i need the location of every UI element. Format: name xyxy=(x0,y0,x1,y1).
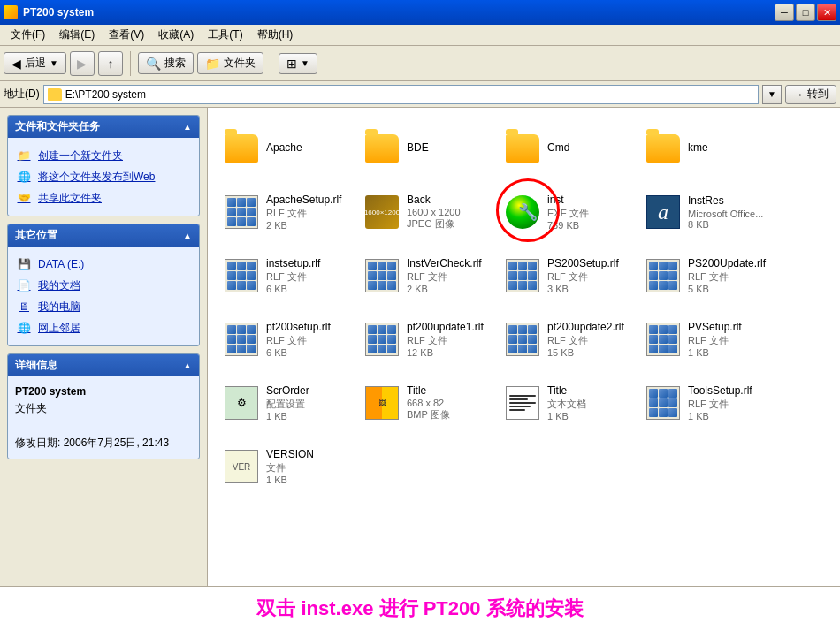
details-panel: 详细信息 ▲ PT200 system 文件夹 修改日期: 2006年7月25日… xyxy=(7,353,200,459)
main-area: 文件和文件夹任务 ▲ 📁 创建一个新文件夹 🌐 将这个文件夹发布到Web 🤝 共… xyxy=(0,108,840,586)
rlf-icon-pt200setup xyxy=(224,322,259,357)
title-bar: PT200 system ─ □ ✕ xyxy=(0,0,840,25)
tasks-chevron-icon: ▲ xyxy=(183,122,192,132)
address-input-container[interactable]: E:\PT200 system xyxy=(43,85,759,104)
list-item[interactable]: PS200Setup.rlf RLF 文件 3 KB xyxy=(500,246,637,306)
maximize-button[interactable]: □ xyxy=(796,4,815,21)
file-size: 739 KB xyxy=(547,220,631,231)
office-icon-instres xyxy=(645,194,681,230)
file-type: 文件 xyxy=(266,461,350,474)
rlf-icon-pvsetup xyxy=(645,322,681,357)
network-icon: 🌐 xyxy=(15,319,33,337)
file-type: RLF 文件 xyxy=(266,270,350,284)
bottom-instruction-text: 双击 inst.exe 进行 PT200 系统的安装 xyxy=(256,596,583,622)
close-button[interactable]: ✕ xyxy=(817,4,836,21)
up-button[interactable]: ↑ xyxy=(98,51,123,76)
file-name: pt200setup.rlf xyxy=(266,321,350,335)
publish-web-icon: 🌐 xyxy=(15,168,33,186)
details-name: PT200 system xyxy=(15,385,86,398)
file-size: 6 KB xyxy=(266,347,350,358)
file-name: PS200Setup.rlf xyxy=(547,257,631,271)
file-name: Title xyxy=(407,384,491,398)
places-panel: 其它位置 ▲ 💾 DATA (E:) 📄 我的文档 🖥 我的电脑 🌐 xyxy=(7,224,200,346)
list-item[interactable]: PS200Update.rlf RLF 文件 5 KB xyxy=(640,246,777,306)
folder-icon-bde xyxy=(364,131,400,166)
list-item[interactable]: InstRes Microsoft Office... 8 KB xyxy=(640,182,777,242)
list-item[interactable]: kme xyxy=(640,118,777,178)
minimize-button[interactable]: ─ xyxy=(775,4,794,21)
list-item[interactable]: Apache xyxy=(218,118,355,178)
file-size: 3 KB xyxy=(547,284,631,294)
list-item[interactable]: BDE xyxy=(359,118,496,178)
rlf-icon-pt200update1 xyxy=(364,322,400,357)
list-item[interactable]: InstVerCheck.rlf RLF 文件 2 KB xyxy=(359,246,496,306)
file-name: PVSetup.rlf xyxy=(688,321,772,335)
list-item[interactable]: pt200update1.rlf RLF 文件 12 KB xyxy=(359,309,496,369)
file-size: 1 KB xyxy=(266,474,350,485)
details-header[interactable]: 详细信息 ▲ xyxy=(8,354,199,376)
search-label: 搜索 xyxy=(164,56,186,71)
task-new-folder[interactable]: 📁 创建一个新文件夹 xyxy=(15,145,192,166)
file-size: 2 KB xyxy=(407,284,491,294)
place-network[interactable]: 🌐 网上邻居 xyxy=(15,317,192,338)
menu-help[interactable]: 帮助(H) xyxy=(250,26,301,44)
list-item[interactable]: pt200setup.rlf RLF 文件 6 KB xyxy=(218,309,355,369)
view-button[interactable]: ⊞ ▼ xyxy=(279,53,317,74)
go-button[interactable]: → 转到 xyxy=(785,85,836,104)
file-type: RLF 文件 xyxy=(547,334,631,347)
toolbar: ◀ 后退 ▼ ▶ ↑ 🔍 搜索 📁 文件夹 ⊞ ▼ xyxy=(0,46,840,81)
menu-file[interactable]: 文件(F) xyxy=(4,26,52,44)
file-list: Apache BDE Cmd xyxy=(208,108,840,586)
places-header[interactable]: 其它位置 ▲ xyxy=(8,224,199,247)
place-my-computer[interactable]: 🖥 我的电脑 xyxy=(15,296,192,317)
file-name: BDE xyxy=(407,141,491,156)
drive-icon: 💾 xyxy=(15,255,33,273)
tasks-body: 📁 创建一个新文件夹 🌐 将这个文件夹发布到Web 🤝 共享此文件夹 xyxy=(8,138,199,216)
address-label: 地址(D) xyxy=(4,87,40,102)
file-type: RLF 文件 xyxy=(688,334,772,347)
menu-tools[interactable]: 工具(T) xyxy=(201,26,249,44)
file-size: 1 KB xyxy=(266,411,350,421)
details-type: 文件夹 xyxy=(15,402,47,414)
file-size: 1 KB xyxy=(688,347,772,358)
back-label: 后退 xyxy=(25,56,46,71)
menu-view[interactable]: 查看(V) xyxy=(102,26,151,44)
folder-icon-cmd xyxy=(505,131,540,166)
file-size: 15 KB xyxy=(547,347,631,358)
list-item[interactable]: 🖼 Title 668 x 82 BMP 图像 xyxy=(359,373,496,433)
details-modified: 修改日期: 2006年7月25日, 21:43 xyxy=(15,436,169,449)
bmp-icon-title: 🖼 xyxy=(364,385,400,421)
list-item-inst[interactable]: inst EXE 文件 739 KB xyxy=(500,182,637,242)
file-type: 1600 x 1200 xyxy=(407,207,491,217)
place-my-docs[interactable]: 📄 我的文档 xyxy=(15,275,192,296)
task-share[interactable]: 🤝 共享此文件夹 xyxy=(15,187,192,209)
folder-icon-kme xyxy=(645,131,681,166)
list-item[interactable]: VER VERSION 文件 1 KB xyxy=(218,436,355,497)
my-docs-icon: 📄 xyxy=(15,277,33,294)
share-icon: 🤝 xyxy=(15,189,33,207)
list-item[interactable]: ApacheSetup.rlf RLF 文件 2 KB xyxy=(218,182,355,242)
list-item[interactable]: PVSetup.rlf RLF 文件 1 KB xyxy=(640,309,777,369)
menu-bar: 文件(F) 编辑(E) 查看(V) 收藏(A) 工具(T) 帮助(H) xyxy=(0,25,840,46)
list-item[interactable]: Title 文本文档 1 KB xyxy=(500,373,637,433)
list-item[interactable]: instsetup.rlf RLF 文件 6 KB xyxy=(218,246,355,306)
menu-edit[interactable]: 编辑(E) xyxy=(52,26,102,44)
task-publish-web[interactable]: 🌐 将这个文件夹发布到Web xyxy=(15,166,192,187)
forward-button[interactable]: ▶ xyxy=(70,51,95,76)
search-button[interactable]: 🔍 搜索 xyxy=(138,52,194,74)
tasks-header[interactable]: 文件和文件夹任务 ▲ xyxy=(8,116,199,138)
list-item[interactable]: ToolsSetup.rlf RLF 文件 1 KB xyxy=(640,373,777,433)
my-computer-icon: 🖥 xyxy=(15,298,33,315)
list-item[interactable]: Cmd xyxy=(500,118,637,178)
list-item[interactable]: pt200update2.rlf RLF 文件 15 KB xyxy=(500,309,637,369)
back-dropdown-icon: ▼ xyxy=(50,58,58,68)
file-type: RLF 文件 xyxy=(688,270,772,284)
list-item[interactable]: 1600×1200 Back 1600 x 1200 JPEG 图像 xyxy=(359,182,496,242)
back-button[interactable]: ◀ 后退 ▼ xyxy=(4,52,66,74)
folder-button[interactable]: 📁 文件夹 xyxy=(197,52,263,74)
list-item[interactable]: ⚙ ScrOrder 配置设置 1 KB xyxy=(218,373,355,433)
file-name: Title xyxy=(547,384,631,398)
place-data-drive[interactable]: 💾 DATA (E:) xyxy=(15,254,192,275)
menu-favorites[interactable]: 收藏(A) xyxy=(151,26,201,44)
address-dropdown-button[interactable]: ▼ xyxy=(762,85,782,104)
